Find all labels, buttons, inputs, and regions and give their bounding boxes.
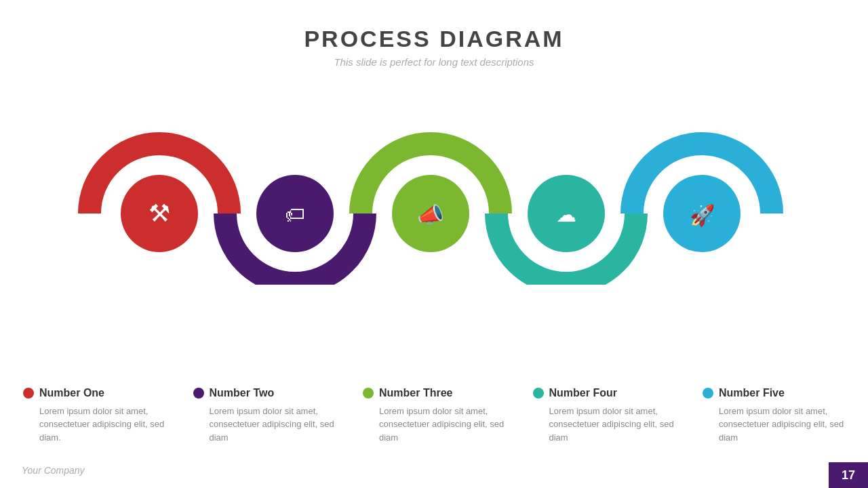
label-item-2: Number Two Lorem ipsum dolor sit amet, c… [191, 387, 338, 445]
dot-5 [703, 388, 713, 399]
svg-text:☁: ☁ [556, 203, 576, 226]
label-desc-2: Lorem ipsum dolor sit amet, consectetuer… [193, 405, 336, 445]
label-item-1: Number One Lorem ipsum dolor sit amet, c… [20, 387, 168, 445]
label-item-3: Number Three Lorem ipsum dolor sit amet,… [360, 387, 508, 445]
company-name: Your Company [22, 465, 85, 476]
slide: PROCESS DIAGRAM This slide is perfect fo… [0, 0, 868, 488]
label-desc-1: Lorem ipsum dolor sit amet, consectetuer… [23, 405, 165, 445]
dot-2 [193, 388, 204, 399]
svg-text:⚒: ⚒ [149, 199, 170, 227]
label-title-2: Number Two [210, 387, 275, 399]
svg-text:🚀: 🚀 [690, 203, 715, 228]
page-number: 17 [829, 462, 868, 488]
label-header-4: Number Four [533, 387, 675, 399]
dot-1 [23, 388, 34, 399]
label-title-3: Number Three [379, 387, 452, 399]
slide-subtitle: This slide is perfect for long text desc… [0, 56, 868, 68]
label-item-4: Number Four Lorem ipsum dolor sit amet, … [530, 387, 678, 445]
dot-4 [533, 388, 544, 399]
dot-3 [363, 388, 374, 399]
diagram-svg: ⚒ 🏷 📣 ☁ 🚀 [61, 88, 807, 285]
label-header-5: Number Five [703, 387, 845, 399]
labels-row: Number One Lorem ipsum dolor sit amet, c… [20, 387, 848, 445]
label-header-3: Number Three [363, 387, 505, 399]
label-desc-5: Lorem ipsum dolor sit amet, consectetuer… [703, 405, 845, 445]
header: PROCESS DIAGRAM This slide is perfect fo… [0, 0, 868, 68]
label-title-4: Number Four [549, 387, 617, 399]
label-desc-4: Lorem ipsum dolor sit amet, consectetuer… [533, 405, 675, 445]
label-item-5: Number Five Lorem ipsum dolor sit amet, … [700, 387, 848, 445]
process-diagram: ⚒ 🏷 📣 ☁ 🚀 [0, 88, 868, 285]
label-header-2: Number Two [193, 387, 336, 399]
svg-text:📣: 📣 [417, 202, 444, 228]
label-title-1: Number One [39, 387, 104, 399]
label-desc-3: Lorem ipsum dolor sit amet, consectetuer… [363, 405, 505, 445]
svg-text:🏷: 🏷 [285, 203, 305, 226]
slide-title: PROCESS DIAGRAM [0, 26, 868, 52]
label-header-1: Number One [23, 387, 165, 399]
label-title-5: Number Five [719, 387, 785, 399]
